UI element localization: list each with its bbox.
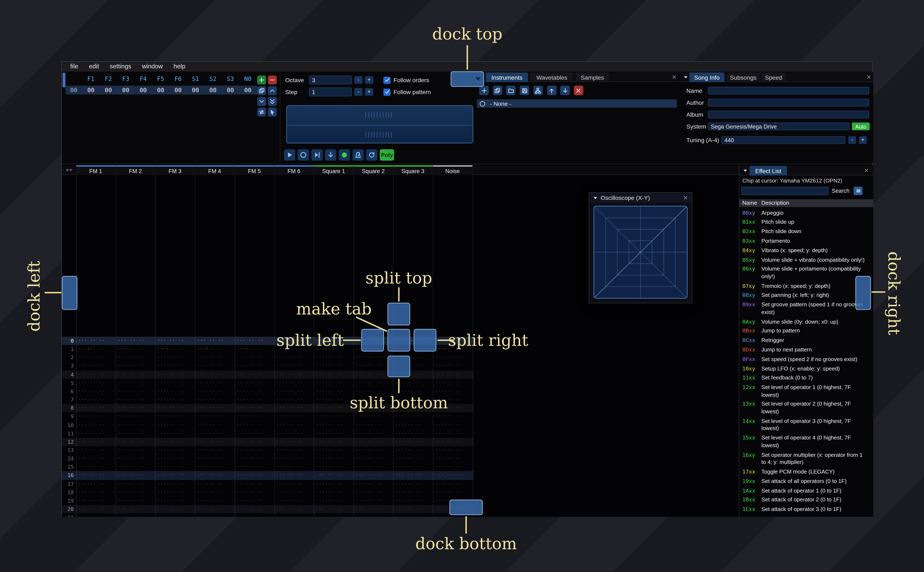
tab-speed[interactable]: Speed	[762, 73, 786, 82]
effect-row[interactable]: 00xyArpeggio	[739, 208, 873, 218]
order-value[interactable]: 00	[169, 87, 187, 93]
instrument-item[interactable]: - None -	[477, 99, 677, 108]
piano-widget[interactable]	[286, 106, 473, 143]
order-value[interactable]: 00	[117, 87, 134, 93]
collapse-caret-icon[interactable]	[683, 75, 689, 80]
pattern-cell[interactable]: ··· ·· ·· ····	[156, 513, 195, 517]
order-value[interactable]: 00	[134, 87, 152, 93]
order-value[interactable]: 00	[187, 87, 204, 93]
effect-row[interactable]: 0FxxSet speed (speed 2 if no grooves exi…	[739, 354, 873, 364]
order-edit-mode-button[interactable]	[268, 108, 277, 117]
step-one-row-button[interactable]	[325, 149, 336, 160]
dock-target-split-left[interactable]	[361, 329, 384, 351]
menu-help[interactable]: help	[168, 62, 191, 71]
channel-header-noise[interactable]: Noise	[433, 165, 472, 175]
piano-lower-octaves[interactable]	[287, 125, 473, 143]
pattern-cell[interactable]: ··· ·· ·· ····	[393, 513, 433, 517]
octave-increase-button[interactable]: +	[365, 76, 373, 84]
menu-file[interactable]: file	[65, 62, 84, 71]
dock-target-split-right[interactable]	[414, 329, 436, 351]
tab-subsongs[interactable]: Subsongs	[727, 73, 760, 82]
effect-row[interactable]: 1BxxSet attack of operator 2 (0 to 1F)	[739, 495, 873, 505]
pattern-cell[interactable]: ··· ·· ·· ····	[235, 513, 274, 517]
channel-header-fm-6[interactable]: FM 6	[274, 165, 314, 175]
order-value[interactable]: 00	[152, 87, 169, 93]
order-value[interactable]: 00	[221, 87, 239, 93]
auto-system-button[interactable]: Auto	[852, 123, 869, 130]
horizontal-splitter[interactable]	[62, 163, 872, 164]
oscilloscope-titlebar[interactable]: Oscilloscope (X-Y)	[589, 193, 692, 203]
dock-target-split-bottom[interactable]	[388, 356, 410, 377]
effect-row[interactable]: 16xySet operator multiplier (x: operator…	[739, 450, 873, 467]
tab-effect-list[interactable]: Effect List	[749, 166, 787, 176]
song-album-input[interactable]	[708, 110, 869, 118]
dock-target-top[interactable]	[451, 71, 484, 87]
step-decrease-button[interactable]: -	[354, 88, 363, 96]
menu-edit[interactable]: edit	[84, 62, 104, 71]
duplicate-order-button[interactable]	[257, 86, 266, 95]
effect-row[interactable]: 01xxPitch slide up	[739, 218, 873, 227]
channel-header-fm-1[interactable]: FM 1	[76, 165, 116, 175]
channel-header-square-2[interactable]: Square 2	[354, 165, 393, 175]
move-instrument-down-button[interactable]	[560, 86, 570, 95]
move-order-down-button[interactable]	[257, 97, 266, 106]
system-input[interactable]: Sega Genesis/Mega Drive	[708, 123, 849, 130]
order-value[interactable]: 00	[82, 87, 100, 93]
pattern-cell[interactable]: ··· ·· ·· ····	[195, 513, 235, 517]
order-value[interactable]: 00	[100, 87, 117, 93]
pattern-cell[interactable]: ··· ·· ·· ····	[314, 513, 354, 517]
duplicate-order-to-end-button[interactable]	[268, 97, 277, 106]
effect-row[interactable]: 04xyVibrato (x: speed; y: depth)	[739, 246, 873, 255]
effect-row[interactable]: 05xyVolume slide + vibrato (compatibilit…	[739, 255, 873, 264]
effect-search-input[interactable]	[741, 187, 829, 195]
add-order-button[interactable]	[257, 76, 266, 84]
effect-row[interactable]: 02xxPitch slide down	[739, 227, 873, 236]
dock-target-right[interactable]	[855, 276, 871, 310]
effect-row[interactable]: 1CxxSet attack of operator 3 (0 to 1F)	[739, 505, 873, 514]
effect-row[interactable]: 17xxToggle PCM mode (LEGACY)	[739, 467, 873, 476]
effect-row[interactable]: 03xxPortamento	[739, 236, 873, 246]
panel-splitter[interactable]	[280, 72, 280, 162]
move-instrument-up-button[interactable]	[547, 86, 556, 95]
pattern-cell[interactable]: ··· ·· ·· ····	[116, 513, 156, 517]
effect-row[interactable]: 11xxSet feedback (0 to 7)	[739, 373, 873, 383]
play-button[interactable]	[284, 149, 295, 160]
duplicate-instrument-button[interactable]	[493, 86, 502, 95]
remove-order-button[interactable]	[268, 76, 277, 84]
open-instrument-button[interactable]	[506, 86, 516, 95]
effect-row[interactable]: 14xxSet level of operator 3 (0 highest, …	[739, 417, 873, 434]
channel-header-square-1[interactable]: Square 1	[314, 165, 354, 175]
dock-target-bottom[interactable]	[449, 500, 483, 515]
pattern-cell[interactable]: ··· ·· ·· ····	[76, 513, 116, 517]
play-pattern-button[interactable]	[298, 149, 309, 160]
edit-record-toggle-button[interactable]	[339, 149, 350, 160]
channel-header-fm-3[interactable]: FM 3	[156, 165, 195, 175]
collapse-caret-icon[interactable]	[742, 168, 748, 174]
effect-row[interactable]: 0CxxRetrigger	[739, 336, 873, 345]
effect-list-menu-button[interactable]	[854, 187, 863, 195]
order-change-all-button[interactable]	[257, 108, 266, 117]
song-author-input[interactable]	[708, 99, 869, 106]
poly-toggle-button[interactable]: Poly	[380, 149, 394, 160]
step-increase-button[interactable]: +	[365, 88, 373, 96]
expand-channels-button[interactable]: ++	[63, 166, 75, 174]
octave-input[interactable]: 3	[309, 76, 352, 84]
pattern-cell[interactable]: ··· ·· ·· ····	[354, 513, 393, 517]
effect-row[interactable]: 1AxxSet attack of operator 1 (0 to 1F)	[739, 486, 873, 495]
close-song-info-button[interactable]	[865, 73, 873, 81]
effect-row[interactable]: 06xyVolume slide + portamento (compatibi…	[739, 264, 873, 281]
effect-row[interactable]: 12xxSet level of operator 1 (0 highest, …	[739, 383, 873, 400]
menu-settings[interactable]: settings	[104, 62, 137, 71]
channel-header-square-3[interactable]: Square 3	[393, 165, 433, 175]
effect-row[interactable]: 08xySet panning (x: left; y: right)	[739, 291, 873, 300]
piano-upper-octaves[interactable]	[287, 106, 473, 125]
repeat-pattern-button[interactable]	[366, 149, 377, 160]
orders-row[interactable]: 0000000000000000000000	[65, 86, 257, 95]
add-instrument-button[interactable]	[479, 86, 489, 95]
dock-target-make-tab[interactable]	[388, 329, 410, 351]
tab-song-info[interactable]: Song Info	[689, 73, 725, 82]
follow-orders-checkbox[interactable]	[383, 76, 390, 84]
pattern-cell[interactable]: ··· ·· ·· ····	[274, 513, 314, 517]
dock-target-left[interactable]	[62, 276, 78, 310]
tab-samples[interactable]: Samples	[576, 73, 609, 82]
